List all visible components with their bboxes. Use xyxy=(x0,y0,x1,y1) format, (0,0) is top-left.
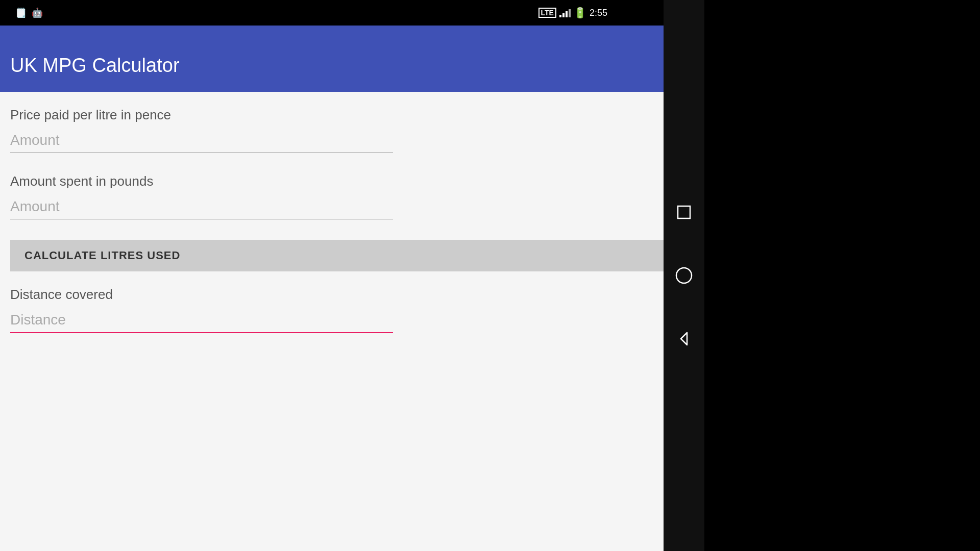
signal-icon xyxy=(559,8,571,17)
notification-icon-android: 🤖 xyxy=(32,7,43,18)
amount-spent-label: Amount spent in pounds xyxy=(10,173,694,189)
price-per-litre-input[interactable] xyxy=(10,128,393,153)
right-black-area xyxy=(704,0,980,551)
price-per-litre-section: Price paid per litre in pence xyxy=(10,107,694,168)
home-button[interactable] xyxy=(673,264,695,287)
amount-spent-input[interactable] xyxy=(10,194,393,219)
nav-bar xyxy=(664,0,704,551)
svg-marker-2 xyxy=(681,333,687,345)
battery-icon: 🔋 xyxy=(574,7,586,19)
status-bar-left: 🗒️ 🤖 xyxy=(10,7,43,18)
calculate-litres-button[interactable]: CALCULATE LITRES USED xyxy=(10,240,694,271)
lte-badge: LTE xyxy=(538,8,556,18)
amount-spent-section: Amount spent in pounds xyxy=(10,173,694,235)
content-area: Price paid per litre in pence Amount spe… xyxy=(0,92,704,551)
clock: 2:55 xyxy=(590,8,607,18)
price-per-litre-label: Price paid per litre in pence xyxy=(10,107,694,123)
distance-covered-label: Distance covered xyxy=(10,287,694,303)
distance-input[interactable] xyxy=(10,308,393,333)
svg-point-1 xyxy=(676,268,692,283)
app-title: UK MPG Calculator xyxy=(10,55,180,77)
app-bar: UK MPG Calculator xyxy=(0,26,704,92)
recent-apps-button[interactable] xyxy=(673,201,695,223)
status-right: LTE 🔋 2:55 xyxy=(538,7,653,19)
status-bar: 🗒️ 🤖 LTE 🔋 2:55 xyxy=(0,0,704,26)
distance-covered-section: Distance covered xyxy=(10,287,694,348)
svg-rect-0 xyxy=(678,206,690,218)
notification-icon-clipboard: 🗒️ xyxy=(15,7,27,18)
back-button[interactable] xyxy=(673,328,695,350)
